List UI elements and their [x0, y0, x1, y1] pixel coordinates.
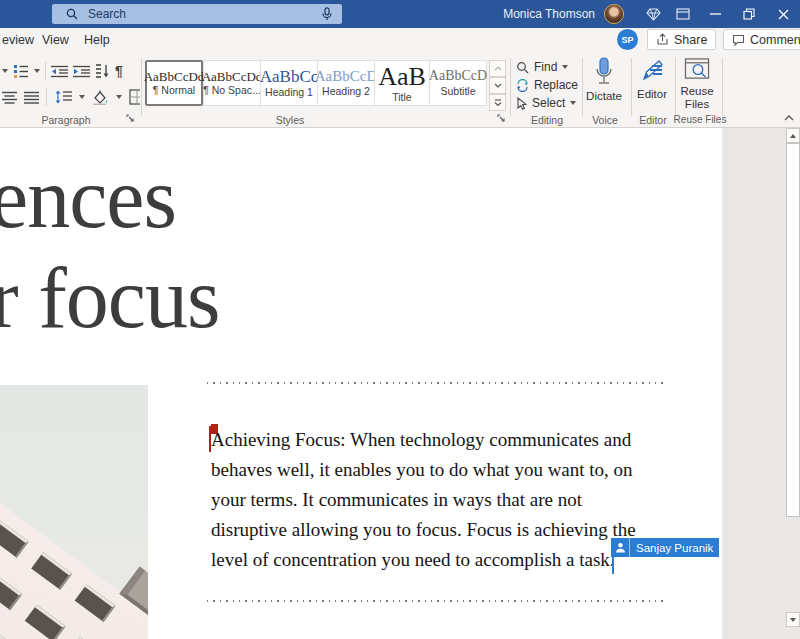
body-paragraph[interactable]: Achieving Focus: When technology communi… [211, 425, 636, 575]
building-facade [0, 503, 148, 639]
gem-premium-icon[interactable] [638, 0, 668, 28]
line-spacing-dropdown-icon[interactable] [79, 95, 85, 99]
editor-pencil-icon [638, 57, 666, 85]
ribbon: ¶ [0, 52, 800, 128]
collaborator-cursor-blue [612, 557, 614, 574]
group-divider [722, 58, 723, 116]
align-center-icon[interactable] [2, 91, 17, 104]
replace-icon [516, 79, 529, 92]
numbered-list-icon[interactable] [13, 64, 29, 78]
comment-icon [732, 34, 745, 46]
bullets-dropdown-icon[interactable] [2, 69, 8, 73]
dictate-mic-icon [594, 57, 614, 87]
collaborator-presence-badge[interactable]: SP [617, 29, 638, 50]
find-icon [516, 61, 529, 74]
shading-bucket-icon[interactable] [92, 90, 109, 105]
editor-group-label: Editor [632, 114, 674, 126]
sort-icon[interactable] [95, 64, 110, 78]
paragraph-dialog-launcher-icon[interactable] [126, 114, 135, 123]
paragraph-group: ¶ [0, 52, 140, 128]
replace-label: Replace [534, 78, 578, 92]
dotted-separator-bottom [207, 600, 663, 602]
numbered-list-dropdown-icon[interactable] [34, 69, 40, 73]
document-photo[interactable] [0, 385, 148, 639]
select-button[interactable]: Select [516, 95, 576, 111]
editing-group-label: Editing [514, 114, 580, 126]
style-normal[interactable]: AaBbCcDd ¶ Normal [145, 60, 203, 106]
comments-label: Comments [750, 33, 800, 47]
style-heading-2[interactable]: AaBbCcD Heading 2 [317, 60, 374, 106]
account-user-name[interactable]: Monica Thomson [503, 7, 595, 21]
scroll-down-button[interactable] [786, 612, 800, 627]
select-dropdown-icon [570, 101, 576, 105]
increase-indent-icon[interactable] [73, 65, 90, 78]
dictate-button[interactable]: Dictate [581, 57, 627, 111]
close-button[interactable] [766, 0, 800, 28]
voice-group-label: Voice [584, 114, 626, 126]
restore-button[interactable] [732, 0, 766, 28]
editor-button[interactable]: Editor [629, 57, 675, 111]
tab-review[interactable]: eview [2, 28, 34, 52]
dictate-label: Dictate [586, 90, 622, 103]
decrease-indent-icon[interactable] [51, 65, 68, 78]
paragraph-line: disruptive allowing you to focus. Focus … [211, 515, 636, 545]
word-app-window: Search Monica Thomson [0, 0, 800, 639]
find-label: Find [534, 60, 557, 74]
vertical-scrollbar[interactable] [786, 128, 800, 639]
scroll-up-button[interactable] [786, 128, 800, 143]
search-input[interactable]: Search [52, 4, 342, 24]
paragraph-group-label: Paragraph [30, 114, 102, 126]
search-placeholder: Search [88, 7, 322, 21]
replace-button[interactable]: Replace [516, 77, 578, 93]
editor-label: Editor [637, 88, 667, 101]
document-heading: ences r focus [0, 148, 219, 348]
tab-help[interactable]: Help [84, 28, 110, 52]
reuse-files-label: Reuse Files [680, 85, 713, 111]
share-button[interactable]: Share [647, 29, 716, 50]
document-page[interactable]: ences r focus [0, 128, 722, 639]
title-bar: Search Monica Thomson [0, 0, 800, 28]
paragraph-line: level of concentration you need to accom… [211, 545, 636, 575]
reuse-files-button[interactable]: Reuse Files [674, 57, 720, 111]
group-divider [141, 58, 142, 116]
styles-scroll-down-button[interactable] [489, 77, 506, 94]
select-label: Select [532, 96, 565, 110]
borders-icon[interactable] [129, 89, 140, 105]
share-label: Share [674, 33, 707, 47]
shading-dropdown-icon[interactable] [116, 95, 122, 99]
collapse-ribbon-icon[interactable] [784, 115, 794, 121]
style-title[interactable]: AaB Title [374, 60, 429, 106]
ribbon-tab-row: eview View Help SP Share Comments [0, 28, 800, 52]
search-icon [66, 8, 78, 20]
tab-view[interactable]: View [42, 28, 69, 52]
scrollbar-thumb[interactable] [786, 143, 800, 517]
find-button[interactable]: Find [516, 59, 568, 75]
person-icon [611, 538, 630, 557]
justify-icon[interactable] [24, 91, 39, 104]
style-heading-1[interactable]: AaBbCc Heading 1 [260, 60, 317, 106]
user-avatar[interactable] [604, 4, 624, 24]
paragraph-line: Achieving Focus: When technology communi… [211, 425, 636, 455]
collaborator-flag[interactable]: Sanjay Puranik [611, 538, 719, 557]
select-arrow-icon [516, 97, 527, 110]
group-divider [510, 58, 511, 116]
search-mic-icon[interactable] [322, 7, 332, 21]
ribbon-display-options-icon[interactable] [668, 0, 698, 28]
style-subtitle[interactable]: AaBbCcD Subtitle [429, 60, 487, 106]
document-area: ences r focus [0, 128, 800, 639]
reuse-files-icon [683, 57, 711, 82]
reuse-files-group-label: Reuse Files [672, 114, 728, 125]
minimize-button[interactable] [698, 0, 732, 28]
styles-group-label: Styles [250, 114, 330, 126]
share-icon [656, 33, 669, 46]
style-no-spacing[interactable]: AaBbCcDd ¶ No Spac... [203, 60, 260, 106]
styles-gallery-more-button[interactable] [489, 94, 506, 111]
line-spacing-icon[interactable] [54, 90, 72, 104]
heading-line-1: ences [0, 148, 219, 248]
paragraph-line: your terms. It communicates in ways that… [211, 485, 636, 515]
show-formatting-marks-icon[interactable]: ¶ [115, 64, 123, 78]
styles-dialog-launcher-icon[interactable] [497, 114, 506, 123]
collaborator-name: Sanjay Puranik [630, 538, 719, 557]
comments-button[interactable]: Comments [723, 29, 800, 50]
styles-scroll-up-button[interactable] [489, 60, 506, 77]
